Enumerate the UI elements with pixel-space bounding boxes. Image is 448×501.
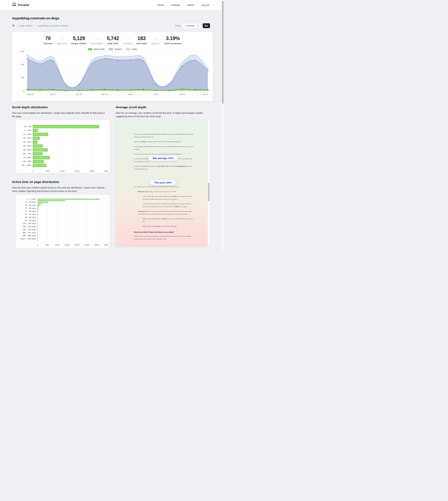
range-controls: Show 2 Weeks Go [175, 23, 210, 28]
svg-text:1500: 1500 [65, 244, 69, 246]
svg-text:65 - 66 mins: 65 - 66 mins [25, 216, 36, 219]
scroll-depth-description: How your scroll depths are distributed. … [12, 111, 107, 118]
nav-item-log-out[interactable]: Log out [201, 4, 209, 6]
preview-p: If you are the administrator, you need t… [134, 165, 193, 170]
preview-li: Muting the chat: You can also mute a cha… [134, 210, 193, 215]
svg-text:50 - 60%: 50 - 60% [23, 149, 32, 151]
avg-scroll-heading: Average scroll depth [116, 106, 146, 109]
svg-text:2500: 2500 [84, 244, 89, 246]
scroll-depth-heading: Scroll depth distribution [12, 106, 48, 109]
breadcrumb-separator: › [34, 24, 35, 27]
active-time-description: How the time your readers spend active o… [12, 186, 107, 193]
this-post-badge: This post: 60% [150, 180, 176, 185]
preview-li2: Right-click and click Unmute to receive … [134, 225, 193, 228]
breadcrumb-current: mypetblog.com/cats-vs-dogs/* [37, 24, 69, 27]
svg-text:0: 0 [37, 244, 38, 246]
go-button[interactable]: Go [203, 23, 210, 28]
svg-text:18 - 19 mins: 18 - 19 mins [25, 204, 36, 206]
legend-swatch [88, 48, 92, 50]
scroll-depth-chart-card: 05001000150020002500-10 - 0%0 - 10%10 - … [16, 120, 110, 173]
preview-p: On first attempt using this deletion fea… [134, 145, 193, 151]
app-header: Parable HomeSettingsAdminLog out [0, 0, 224, 10]
chart-legend: Real readsVisitorsVisits [16, 48, 209, 50]
svg-text:60 - 70%: 60 - 70% [23, 153, 32, 155]
preview-p: Teams chat, file, and channel informatio… [134, 235, 193, 240]
legend-item-visitors[interactable]: Visitors [109, 48, 122, 50]
preview-p: As you can see in the message, the chat … [134, 133, 193, 138]
nav-item-home[interactable]: Home [158, 4, 164, 6]
preview-scrollbar[interactable] [208, 120, 210, 247]
connector-word: giving a [151, 42, 160, 45]
stat-value: 183 [137, 35, 145, 42]
brand-logo[interactable]: Parable [12, 2, 29, 7]
svg-text:80 - 90%: 80 - 90% [23, 160, 32, 163]
post-preview-content: As you can see in the message, the chat … [134, 133, 193, 242]
show-label: Show [175, 24, 181, 27]
stat-connector: →yielding [123, 35, 132, 45]
stat-real-reads: 183real reads [136, 35, 147, 45]
legend-item-visits[interactable]: Visits [126, 48, 137, 50]
home-icon[interactable] [12, 24, 15, 27]
svg-text:30 - 40%: 30 - 40% [23, 141, 32, 143]
svg-text:9 - 10 mins: 9 - 10 mins [26, 201, 36, 203]
active-time-bar-chart: 05001000150020002500300035000 - 1 mins9 … [17, 196, 108, 247]
svg-text:82 - 83 mins: 82 - 83 mins [25, 219, 36, 222]
arrow-right-icon: → [60, 35, 64, 42]
svg-text:1500: 1500 [75, 170, 80, 172]
svg-text:2000: 2000 [75, 244, 79, 246]
scroll-depth-bar-chart: 05001000150020002500-10 - 0%0 - 10%10 - … [17, 121, 108, 172]
connector-word: yielding [123, 42, 132, 45]
stat-unique-visitors: 5,129unique visitors [71, 35, 87, 45]
nav-item-settings[interactable]: Settings [171, 4, 180, 6]
legend-item-real-reads[interactable]: Real reads [88, 48, 105, 50]
arrow-right-icon: → [154, 35, 158, 42]
preview-scrollbar-thumb[interactable] [208, 183, 209, 201]
active-time-chart-card: 05001000150020002500300035000 - 1 mins9 … [16, 195, 110, 248]
nav-item-admin[interactable]: Admin [187, 4, 194, 6]
breadcrumb-row: › Page reports › mypetblog.com/cats-vs-d… [12, 23, 210, 28]
avg-scroll-preview-card: As you can see in the message, the chat … [116, 120, 210, 247]
arrow-right-icon: → [126, 35, 129, 42]
breadcrumb-page-reports[interactable]: Page reports [19, 24, 33, 27]
svg-text:142 - 143 mins: 142 - 143 mins [22, 225, 36, 228]
svg-text:40 - 50%: 40 - 50% [23, 145, 32, 147]
svg-text:0 - 10%: 0 - 10% [24, 129, 32, 132]
svg-text:20 - 30%: 20 - 30% [23, 137, 32, 139]
avg-scroll-description: How far, on average, your readers scroll… [116, 111, 209, 118]
legend-label: Visitors [114, 48, 122, 50]
connector-word: gave you [57, 42, 67, 45]
svg-text:500: 500 [46, 244, 49, 246]
svg-text:600: 600 [21, 51, 24, 53]
active-time-heading: Active time on page distribution [12, 180, 59, 184]
svg-text:218 - 219 mins: 218 - 219 mins [22, 229, 36, 231]
svg-text:3000: 3000 [94, 244, 99, 246]
stats-row: 70Sources→gave you5,129unique visitors→w… [16, 35, 209, 45]
stat-value: 5,742 [107, 35, 119, 42]
svg-text:27 - 28 mins: 27 - 28 mins [25, 207, 36, 209]
site-average-badge: Site average: 57% [148, 156, 178, 161]
page-scrollbar[interactable] [221, 0, 224, 250]
chevron-down-icon [197, 24, 199, 27]
traffic-card: 70Sources→gave you5,129unique visitors→w… [12, 32, 213, 101]
connector-word: who made [91, 42, 102, 45]
svg-text:Feb 2: Feb 2 [128, 93, 133, 95]
stat-connector: →who made [91, 35, 102, 45]
svg-text:10 - 20%: 10 - 20% [23, 133, 32, 136]
svg-text:-10 - 0%: -10 - 0% [24, 125, 32, 128]
range-select[interactable]: 2 Weeks [183, 23, 201, 28]
preview-p: When you hit Delete to confirm, the chat… [134, 140, 193, 143]
svg-text:90 - 100%: 90 - 100% [22, 164, 32, 167]
svg-text:51 - 52 mins: 51 - 52 mins [25, 213, 36, 216]
preview-li2: You can bring the chat back by searching… [134, 203, 193, 208]
preview-li2: To hide a chat, right-click on the chat … [134, 195, 193, 200]
breadcrumb: › Page reports › mypetblog.com/cats-vs-d… [12, 24, 69, 27]
stat-Sources: 70Sources [44, 35, 52, 45]
preview-li2: Right-click the chat and choose the Mute… [134, 218, 193, 223]
book-pencil-icon [12, 2, 16, 7]
preview-h2: How do you delete Teams chat history as … [134, 231, 193, 234]
stat-label: real reads [136, 42, 147, 45]
stat-value: 5,129 [73, 35, 85, 42]
page-scrollbar-thumb[interactable] [222, 1, 224, 104]
legend-swatch [126, 48, 130, 50]
main-nav: HomeSettingsAdminLog out [158, 4, 209, 6]
